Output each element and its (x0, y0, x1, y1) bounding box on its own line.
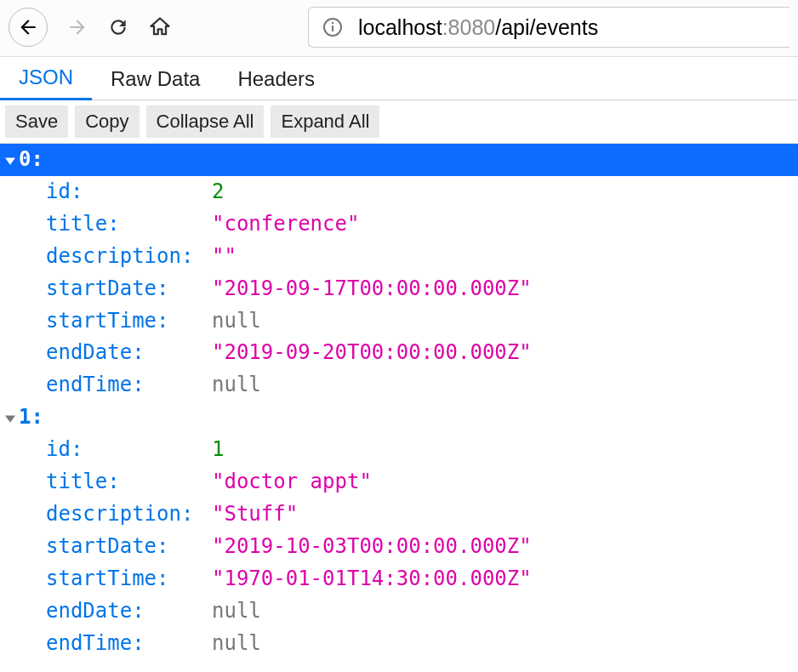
collapse-all-button[interactable]: Collapse All (146, 105, 265, 138)
prop-row-title[interactable]: title:"conference" (0, 208, 798, 241)
prop-value: null (212, 595, 261, 628)
prop-row-startdate[interactable]: startDate:"2019-09-17T00:00:00.000Z" (0, 273, 798, 305)
expand-all-button[interactable]: Expand All (271, 105, 379, 138)
svg-point-2 (332, 22, 333, 24)
url-path: /api/events (495, 15, 598, 39)
nav-icons (9, 8, 172, 47)
prop-value: null (212, 305, 261, 338)
prop-value: 2 (212, 176, 224, 208)
prop-key: endTime: (46, 631, 145, 655)
array-item-1-header[interactable]: 1: (0, 401, 798, 434)
prop-value: "conference" (212, 208, 359, 241)
url-text: localhost:8080/api/events (358, 15, 598, 40)
save-button[interactable]: Save (5, 105, 68, 138)
prop-row-description[interactable]: description:"Stuff" (0, 498, 798, 531)
url-host: localhost (358, 15, 442, 39)
prop-value: "1970-01-01T14:30:00.000Z" (212, 563, 532, 595)
array-index-label: 1: (19, 401, 43, 434)
prop-key: id: (46, 437, 83, 461)
prop-key: endDate: (46, 599, 145, 623)
prop-key: endDate: (46, 340, 145, 364)
prop-key: startTime: (46, 567, 169, 590)
info-icon[interactable] (322, 17, 343, 37)
prop-key: startDate: (46, 534, 169, 558)
prop-key: id: (46, 179, 83, 203)
prop-row-endtime[interactable]: endTime:null (0, 628, 798, 660)
twisty-down-icon (3, 413, 17, 424)
url-bar[interactable]: localhost:8080/api/events (308, 7, 789, 48)
prop-row-title[interactable]: title:"doctor appt" (0, 466, 798, 498)
tab-headers[interactable]: Headers (219, 59, 333, 100)
prop-key: description: (46, 244, 193, 268)
prop-row-startdate[interactable]: startDate:"2019-10-03T00:00:00.000Z" (0, 531, 798, 563)
arrow-left-icon (17, 16, 39, 38)
prop-row-endtime[interactable]: endTime:null (0, 369, 798, 401)
array-item-0-header[interactable]: 0: (0, 144, 798, 176)
prop-value: "Stuff" (212, 498, 298, 531)
prop-row-starttime[interactable]: startTime:"1970-01-01T14:30:00.000Z" (0, 563, 798, 595)
twisty-down-icon (3, 156, 17, 166)
prop-key: description: (46, 502, 193, 526)
prop-row-enddate[interactable]: endDate:null (0, 595, 798, 628)
tab-json[interactable]: JSON (0, 57, 92, 100)
prop-key: startDate: (46, 276, 169, 300)
prop-value: "2019-09-20T00:00:00.000Z" (212, 337, 532, 369)
browser-toolbar: localhost:8080/api/events (0, 0, 798, 57)
prop-row-description[interactable]: description:"" (0, 241, 798, 273)
copy-button[interactable]: Copy (75, 105, 139, 138)
prop-value: 1 (212, 434, 224, 466)
prop-row-id[interactable]: id:2 (0, 176, 798, 208)
reload-button[interactable] (107, 16, 129, 38)
prop-key: title: (46, 470, 120, 493)
prop-row-id[interactable]: id:1 (0, 434, 798, 466)
back-button[interactable] (9, 8, 48, 47)
forward-button[interactable] (66, 16, 88, 38)
viewer-tabs: JSON Raw Data Headers (0, 57, 798, 100)
prop-value: "" (212, 241, 237, 273)
prop-key: startTime: (46, 309, 169, 333)
prop-value: "2019-09-17T00:00:00.000Z" (212, 273, 532, 305)
prop-value: "2019-10-03T00:00:00.000Z" (212, 531, 532, 563)
prop-key: endTime: (46, 373, 145, 396)
prop-value: "doctor appt" (212, 466, 372, 498)
array-index-label: 0: (19, 144, 43, 176)
prop-value: null (212, 628, 261, 660)
prop-row-starttime[interactable]: startTime:null (0, 305, 798, 338)
tab-raw-data[interactable]: Raw Data (92, 59, 219, 100)
prop-row-enddate[interactable]: endDate:"2019-09-20T00:00:00.000Z" (0, 337, 798, 369)
home-button[interactable] (148, 15, 172, 39)
action-toolbar: Save Copy Collapse All Expand All (0, 100, 798, 144)
prop-key: title: (46, 212, 120, 236)
json-viewer: 0: id:2 title:"conference" description:"… (0, 144, 798, 669)
prop-value: null (212, 369, 261, 401)
url-port: :8080 (442, 15, 496, 39)
